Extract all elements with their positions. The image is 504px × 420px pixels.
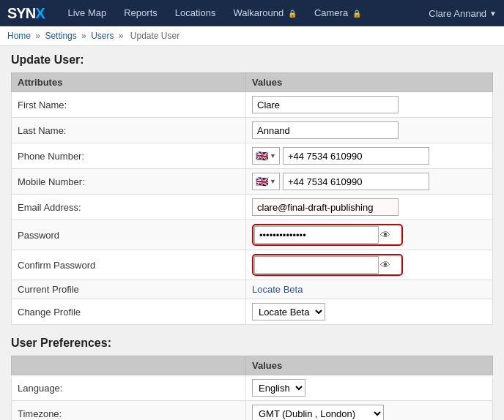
table-row: Last Name: — [12, 118, 493, 143]
first-name-cell — [246, 92, 493, 118]
mobile-cell: 🇬🇧 ▼ — [246, 169, 493, 195]
breadcrumb: Home » Settings » Users » Update User — [0, 26, 504, 46]
eye-icon-confirm[interactable]: 👁 — [380, 259, 390, 271]
table-row: Phone Number: 🇬🇧 ▼ — [12, 143, 493, 169]
password-cell: 👁 — [246, 220, 493, 250]
email-input[interactable] — [252, 198, 399, 216]
table-row: Mobile Number: 🇬🇧 ▼ — [12, 169, 493, 195]
language-select[interactable]: English — [252, 379, 305, 397]
timezone-label: Timezone: — [12, 401, 246, 421]
last-name-input[interactable] — [252, 121, 399, 139]
last-name-label: Last Name: — [12, 118, 246, 143]
nav-camera[interactable]: Camera 🔒 — [305, 0, 370, 27]
confirm-password-input[interactable] — [254, 256, 379, 274]
lock-icon: 🔒 — [288, 10, 297, 18]
pref-col-attributes — [12, 356, 246, 375]
mobile-label: Mobile Number: — [12, 169, 246, 195]
language-label: Language: — [12, 375, 246, 401]
timezone-cell: GMT (Dublin , London) — [246, 401, 493, 421]
nav-walkaround[interactable]: Walkaround 🔒 — [224, 0, 305, 27]
phone-input-group: 🇬🇧 ▼ — [252, 147, 486, 165]
chevron-down-icon: ▼ — [270, 178, 276, 185]
password-highlight-section: 👁 — [252, 224, 403, 246]
phone-label: Phone Number: — [12, 143, 246, 169]
user-menu[interactable]: Clare Annand ▼ — [429, 8, 497, 19]
current-profile-link[interactable]: Locate Beta — [252, 284, 303, 295]
mobile-input[interactable] — [283, 173, 429, 190]
user-preferences-table: Values Language: English Timezone: GMT (… — [11, 356, 493, 420]
breadcrumb-current: Update User — [130, 31, 179, 41]
table-row: Language: English — [12, 375, 493, 401]
table-row: Email Address: — [12, 195, 493, 220]
top-navigation: SYNX Live Map Reports Locations Walkarou… — [0, 0, 504, 26]
uk-flag-icon: 🇬🇧 — [256, 176, 268, 187]
table-row: First Name: — [12, 92, 493, 118]
change-profile-cell: Locate Beta — [246, 299, 493, 325]
confirm-password-row: Confirm Password 👁 — [12, 250, 493, 280]
current-profile-cell: Locate Beta — [246, 280, 493, 299]
confirm-password-cell: 👁 — [246, 250, 493, 280]
confirm-password-label: Confirm Password — [12, 250, 246, 280]
eye-icon[interactable]: 👁 — [380, 229, 390, 241]
chevron-down-icon: ▼ — [489, 10, 497, 18]
email-label: Email Address: — [12, 195, 246, 220]
phone-flag-selector[interactable]: 🇬🇧 ▼ — [252, 147, 280, 165]
password-row: Password 👁 — [12, 220, 493, 250]
chevron-down-icon: ▼ — [270, 152, 276, 160]
current-profile-label: Current Profile — [12, 280, 246, 299]
confirm-password-highlight-section: 👁 — [252, 254, 403, 276]
update-user-table: Attributes Values First Name: Last Name: — [11, 72, 493, 325]
col-attributes: Attributes — [12, 73, 246, 92]
phone-cell: 🇬🇧 ▼ — [246, 143, 493, 169]
confirm-password-wrapper: 👁 — [254, 256, 401, 274]
timezone-select[interactable]: GMT (Dublin , London) — [252, 405, 384, 420]
pref-col-values: Values — [246, 356, 493, 375]
logo: SYNX — [7, 5, 44, 22]
last-name-cell — [246, 118, 493, 143]
first-name-input[interactable] — [252, 96, 399, 113]
breadcrumb-home[interactable]: Home — [7, 31, 31, 41]
col-values: Values — [246, 73, 493, 92]
password-input[interactable] — [254, 226, 379, 244]
change-profile-label: Change Profile — [12, 299, 246, 325]
mobile-input-group: 🇬🇧 ▼ — [252, 173, 486, 190]
phone-input[interactable] — [283, 147, 429, 165]
table-row: Timezone: GMT (Dublin , London) — [12, 401, 493, 421]
change-profile-select[interactable]: Locate Beta — [252, 303, 325, 320]
first-name-label: First Name: — [12, 92, 246, 118]
password-wrapper: 👁 — [254, 226, 401, 244]
language-cell: English — [246, 375, 493, 401]
breadcrumb-settings[interactable]: Settings — [45, 31, 76, 41]
update-user-title: Update User: — [11, 53, 493, 67]
table-row: Current Profile Locate Beta — [12, 280, 493, 299]
password-label: Password — [12, 220, 246, 250]
nav-reports[interactable]: Reports — [115, 0, 166, 27]
nav-locations[interactable]: Locations — [166, 0, 225, 27]
mobile-flag-selector[interactable]: 🇬🇧 ▼ — [252, 173, 280, 190]
main-content: Update User: Attributes Values First Nam… — [0, 46, 504, 420]
breadcrumb-users[interactable]: Users — [91, 31, 114, 41]
lock-icon-camera: 🔒 — [352, 10, 361, 18]
uk-flag-icon: 🇬🇧 — [256, 150, 268, 162]
email-cell — [246, 195, 493, 220]
table-row: Change Profile Locate Beta — [12, 299, 493, 325]
nav-live-map[interactable]: Live Map — [59, 0, 115, 27]
nav-links: Live Map Reports Locations Walkaround 🔒 … — [59, 0, 429, 27]
user-preferences-title: User Preferences: — [11, 337, 493, 350]
